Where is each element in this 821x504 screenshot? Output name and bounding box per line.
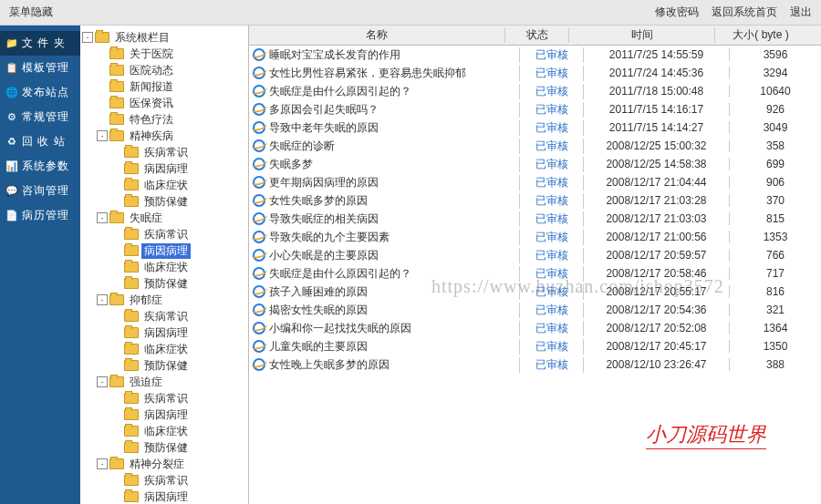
logout-link[interactable]: 退出 bbox=[790, 5, 812, 20]
ie-icon bbox=[253, 103, 265, 116]
sidebar-item-5[interactable]: 📊系统参数 bbox=[0, 154, 80, 179]
tree-node-19[interactable]: 临床症状 bbox=[82, 341, 246, 357]
tree-toggle-icon[interactable]: - bbox=[82, 32, 93, 43]
tree-node-7[interactable]: 疾病常识 bbox=[82, 144, 246, 160]
table-row[interactable]: 失眠多梦已审核2008/12/25 14:58:38699 bbox=[249, 155, 821, 173]
sidebar-label-0: 文 件 夹 bbox=[22, 36, 66, 51]
tree-node-0[interactable]: -系统根栏目 bbox=[82, 29, 246, 46]
tree-node-12[interactable]: 疾病常识 bbox=[82, 226, 246, 242]
table-row[interactable]: 更年期病因病理的原因已审核2008/12/17 21:04:44906 bbox=[249, 173, 821, 191]
table-row[interactable]: 多原因会引起失眠吗？已审核2011/7/15 14:16:17926 bbox=[249, 100, 821, 118]
sidebar-label-6: 咨询管理 bbox=[22, 183, 69, 199]
row-time: 2008/12/17 20:54:36 bbox=[584, 303, 730, 316]
table-row[interactable]: 儿童失眠的主要原因已审核2008/12/17 20:45:171350 bbox=[249, 337, 821, 355]
tree-node-25[interactable]: 预防保健 bbox=[82, 439, 246, 456]
tree-node-4[interactable]: 医保资讯 bbox=[82, 95, 246, 111]
tree-node-5[interactable]: 特色疗法 bbox=[82, 111, 246, 128]
row-time: 2008/12/17 20:59:57 bbox=[584, 249, 730, 262]
tree-node-9[interactable]: 临床症状 bbox=[82, 177, 246, 193]
tree-label: 疾病常识 bbox=[141, 473, 191, 489]
back-home-link[interactable]: 返回系统首页 bbox=[712, 5, 777, 20]
sidebar-item-2[interactable]: 🌐发布站点 bbox=[0, 80, 80, 105]
change-password-link[interactable]: 修改密码 bbox=[655, 5, 699, 20]
folder-icon bbox=[109, 294, 124, 305]
sidebar-item-6[interactable]: 💬咨询管理 bbox=[0, 179, 80, 203]
col-header-status[interactable]: 状态 bbox=[505, 27, 569, 43]
tree-label: 疾病常识 bbox=[141, 309, 191, 324]
tree-node-15[interactable]: 预防保健 bbox=[82, 275, 246, 292]
tree-node-17[interactable]: 疾病常识 bbox=[82, 308, 246, 324]
grid-body[interactable]: 睡眠对宝宝成长发育的作用已审核2011/7/25 14:55:593596女性比… bbox=[249, 46, 821, 504]
table-row[interactable]: 睡眠对宝宝成长发育的作用已审核2011/7/25 14:55:593596 bbox=[249, 46, 821, 64]
folder-icon bbox=[124, 344, 139, 355]
content-area: 名称 状态 时间 大小( byte ) 睡眠对宝宝成长发育的作用已审核2011/… bbox=[249, 26, 821, 504]
table-row[interactable]: 揭密女性失眠的原因已审核2008/12/17 20:54:36321 bbox=[249, 301, 821, 319]
tree-node-14[interactable]: 临床症状 bbox=[82, 259, 246, 275]
row-name: 导致失眠的九个主要因素 bbox=[269, 230, 390, 245]
sidebar-item-1[interactable]: 📋模板管理 bbox=[0, 56, 80, 80]
table-row[interactable]: 小心失眠是的主要原因已审核2008/12/17 20:59:57766 bbox=[249, 246, 821, 264]
row-time: 2008/12/17 20:52:08 bbox=[584, 322, 730, 334]
tree-node-21[interactable]: -强迫症 bbox=[82, 374, 246, 390]
row-name: 失眠多梦 bbox=[269, 157, 313, 172]
table-row[interactable]: 女性失眠多梦的原因已审核2008/12/17 21:03:28370 bbox=[249, 191, 821, 210]
row-name: 女性晚上失眠多梦的原因 bbox=[269, 357, 390, 373]
tree-node-28[interactable]: 病因病理 bbox=[82, 489, 246, 504]
tree-node-18[interactable]: 病因病理 bbox=[82, 324, 246, 341]
sidebar-item-7[interactable]: 📄病历管理 bbox=[0, 203, 80, 228]
sidebar-item-4[interactable]: ♻回 收 站 bbox=[0, 129, 80, 154]
row-size: 699 bbox=[730, 158, 821, 170]
tree-node-20[interactable]: 预防保健 bbox=[82, 357, 246, 374]
tree-toggle-icon[interactable]: - bbox=[97, 212, 108, 223]
folder-icon bbox=[124, 278, 139, 289]
sidebar-item-3[interactable]: ⚙常规管理 bbox=[0, 105, 80, 129]
row-size: 766 bbox=[730, 249, 821, 262]
sidebar-icon-1: 📋 bbox=[5, 62, 18, 75]
tree-node-1[interactable]: 关于医院 bbox=[82, 46, 246, 62]
table-row[interactable]: 导致中老年失眠的原因已审核2011/7/15 14:14:273049 bbox=[249, 118, 821, 137]
tree-toggle-icon[interactable]: - bbox=[97, 130, 108, 141]
folder-icon bbox=[124, 196, 139, 207]
table-row[interactable]: 女性晚上失眠多梦的原因已审核2008/12/10 23:26:47388 bbox=[249, 355, 821, 374]
table-row[interactable]: 孩子入睡困难的原因已审核2008/12/17 20:55:17816 bbox=[249, 283, 821, 301]
tree-node-26[interactable]: -精神分裂症 bbox=[82, 456, 246, 472]
menu-hide-button[interactable]: 菜单隐藏 bbox=[9, 5, 53, 20]
tree-node-16[interactable]: -抑郁症 bbox=[82, 292, 246, 308]
tree-label: 强迫症 bbox=[127, 375, 165, 390]
folder-icon bbox=[124, 442, 139, 453]
tree-node-2[interactable]: 医院动态 bbox=[82, 62, 246, 78]
folder-icon bbox=[109, 130, 124, 141]
tree-node-3[interactable]: 新闻报道 bbox=[82, 78, 246, 95]
table-row[interactable]: 导致失眠的九个主要因素已审核2008/12/17 21:00:561353 bbox=[249, 228, 821, 246]
tree-node-22[interactable]: 疾病常识 bbox=[82, 390, 246, 406]
table-row[interactable]: 女性比男性容易紧张，更容易患失眠抑郁已审核2011/7/24 14:45:363… bbox=[249, 64, 821, 82]
tree-toggle-icon[interactable]: - bbox=[97, 458, 108, 469]
tree-node-24[interactable]: 临床症状 bbox=[82, 423, 246, 439]
tree-node-11[interactable]: -失眠症 bbox=[82, 210, 246, 226]
sidebar-item-0[interactable]: 📁文 件 夹 bbox=[0, 31, 80, 56]
tree-node-8[interactable]: 病因病理 bbox=[82, 160, 246, 177]
tree-node-23[interactable]: 病因病理 bbox=[82, 406, 246, 423]
tree-label: 疾病常识 bbox=[141, 227, 191, 242]
table-row[interactable]: 失眠症是由什么原因引起的？已审核2008/12/17 20:58:46717 bbox=[249, 264, 821, 283]
row-name: 导致失眠症的相关病因 bbox=[269, 211, 379, 227]
tree-toggle-icon[interactable]: - bbox=[97, 294, 108, 305]
table-row[interactable]: 失眠症的诊断已审核2008/12/25 15:00:32358 bbox=[249, 137, 821, 155]
tree-label: 特色疗法 bbox=[127, 112, 176, 128]
row-size: 1353 bbox=[730, 231, 821, 243]
table-row[interactable]: 小编和你一起找找失眠的原因已审核2008/12/17 20:52:081364 bbox=[249, 319, 821, 337]
col-header-name[interactable]: 名称 bbox=[249, 27, 505, 43]
ie-icon bbox=[253, 358, 265, 371]
tree-label: 疾病常识 bbox=[141, 145, 191, 160]
tree-toggle-icon[interactable]: - bbox=[97, 376, 108, 387]
tree-node-6[interactable]: -精神疾病 bbox=[82, 128, 246, 144]
tree-node-10[interactable]: 预防保健 bbox=[82, 193, 246, 210]
table-row[interactable]: 导致失眠症的相关病因已审核2008/12/17 21:03:03815 bbox=[249, 210, 821, 228]
tree-node-27[interactable]: 疾病常识 bbox=[82, 472, 246, 489]
folder-tree[interactable]: -系统根栏目关于医院医院动态新闻报道医保资讯特色疗法-精神疾病疾病常识病因病理临… bbox=[80, 26, 249, 504]
tree-node-13[interactable]: 病因病理 bbox=[82, 242, 246, 259]
col-header-time[interactable]: 时间 bbox=[569, 27, 715, 43]
sidebar-icon-6: 💬 bbox=[5, 185, 18, 198]
table-row[interactable]: 失眠症是由什么原因引起的？已审核2011/7/18 15:00:4810640 bbox=[249, 82, 821, 100]
col-header-size[interactable]: 大小( byte ) bbox=[715, 27, 806, 43]
